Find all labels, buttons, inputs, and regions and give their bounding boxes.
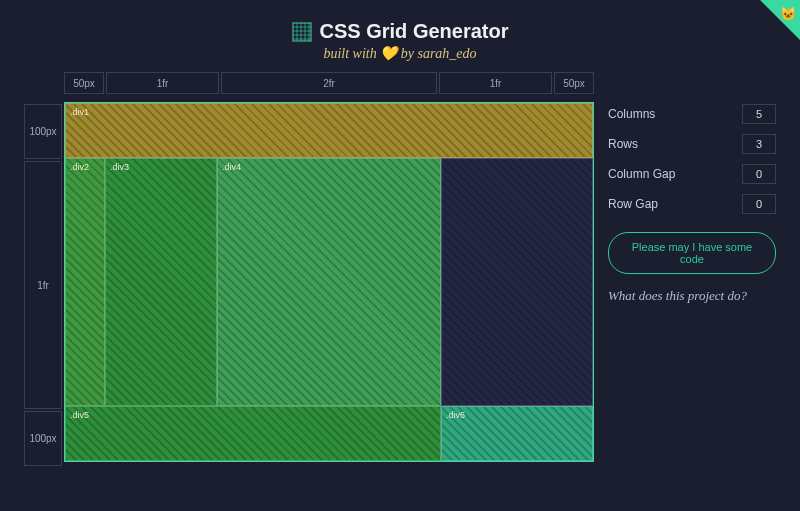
author-link[interactable]: sarah_edo bbox=[417, 46, 476, 61]
cat-icon: 🐱 bbox=[780, 6, 796, 21]
svg-rect-0 bbox=[293, 23, 311, 41]
grid-region-div1[interactable]: .div1 bbox=[65, 103, 593, 158]
grid-region-div6[interactable]: .div6 bbox=[441, 406, 593, 461]
generate-code-button[interactable]: Please may I have some code bbox=[608, 232, 776, 274]
grid-region-empty[interactable] bbox=[441, 158, 593, 406]
columns-label: Columns bbox=[608, 107, 655, 121]
row-labels: 100px 1fr 100px bbox=[24, 104, 62, 466]
row-gap-input[interactable] bbox=[742, 194, 776, 214]
column-gap-label: Column Gap bbox=[608, 167, 675, 181]
title-text: CSS Grid Generator bbox=[320, 20, 509, 43]
row-gap-label: Row Gap bbox=[608, 197, 658, 211]
column-gap-control: Column Gap bbox=[608, 164, 776, 184]
column-labels: 50px 1fr 2fr 1fr 50px bbox=[64, 72, 594, 94]
col-size-input[interactable]: 1fr bbox=[106, 72, 219, 94]
col-size-input[interactable]: 50px bbox=[64, 72, 104, 94]
github-corner[interactable]: 🐱 bbox=[760, 0, 800, 40]
page-title: CSS Grid Generator bbox=[0, 20, 800, 43]
col-size-input[interactable]: 1fr bbox=[439, 72, 552, 94]
grid-logo-icon bbox=[292, 22, 312, 42]
rows-control: Rows bbox=[608, 134, 776, 154]
grid-canvas[interactable]: .div1 .div2 .div3 .div4 .div5 .div6 bbox=[64, 102, 594, 462]
col-size-input[interactable]: 50px bbox=[554, 72, 594, 94]
grid-region-div4[interactable]: .div4 bbox=[217, 158, 441, 406]
row-size-input[interactable]: 100px bbox=[24, 411, 62, 466]
col-size-input[interactable]: 2fr bbox=[221, 72, 437, 94]
grid-region-div2[interactable]: .div2 bbox=[65, 158, 105, 406]
subtitle: built with 💛 by sarah_edo bbox=[0, 45, 800, 62]
grid-region-div3[interactable]: .div3 bbox=[105, 158, 217, 406]
what-does-this-do-link[interactable]: What does this project do? bbox=[608, 288, 776, 304]
controls-panel: Columns Rows Column Gap Row Gap Please m… bbox=[608, 72, 776, 462]
columns-input[interactable] bbox=[742, 104, 776, 124]
row-size-input[interactable]: 100px bbox=[24, 104, 62, 159]
grid-region-div5[interactable]: .div5 bbox=[65, 406, 441, 461]
header: CSS Grid Generator built with 💛 by sarah… bbox=[0, 0, 800, 72]
row-gap-control: Row Gap bbox=[608, 194, 776, 214]
row-size-input[interactable]: 1fr bbox=[24, 161, 62, 409]
columns-control: Columns bbox=[608, 104, 776, 124]
heart-icon: 💛 bbox=[380, 46, 397, 61]
grid-editor: 50px 1fr 2fr 1fr 50px 100px 1fr 100px .d… bbox=[24, 72, 594, 462]
rows-label: Rows bbox=[608, 137, 638, 151]
column-gap-input[interactable] bbox=[742, 164, 776, 184]
rows-input[interactable] bbox=[742, 134, 776, 154]
